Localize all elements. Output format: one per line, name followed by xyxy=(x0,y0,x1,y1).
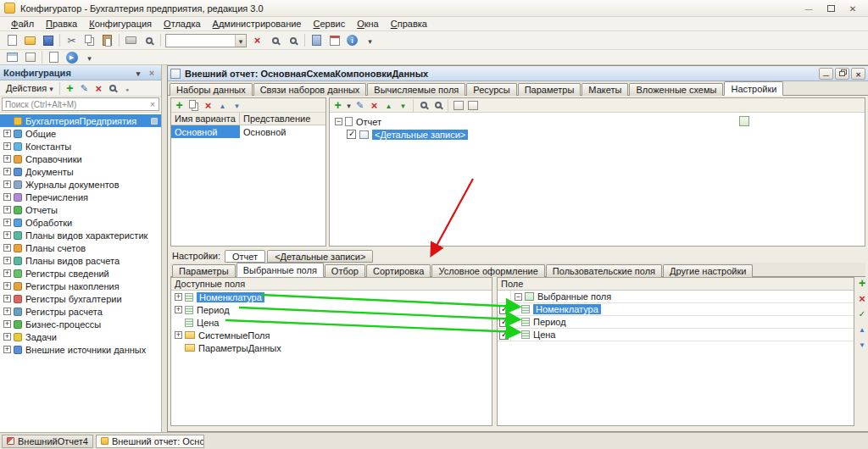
minimize-button[interactable] xyxy=(798,1,820,16)
collapse-all-button[interactable] xyxy=(465,98,480,112)
taskbar-button-schema-window[interactable]: Внешний отчет: ОсновнаяСх... xyxy=(96,435,204,448)
available-field-period[interactable]: Период xyxy=(171,303,492,316)
expander-icon[interactable] xyxy=(3,269,11,277)
close-button[interactable] xyxy=(842,1,864,16)
expander-icon[interactable] xyxy=(3,333,11,341)
mdi-restore-button[interactable] xyxy=(835,68,849,80)
expander-icon[interactable] xyxy=(335,118,342,125)
mdi-minimize-button[interactable] xyxy=(819,68,833,80)
expander-icon[interactable] xyxy=(175,331,182,339)
edit-object-button[interactable] xyxy=(77,81,92,95)
tree-item-data-processors[interactable]: Обработки xyxy=(0,216,161,229)
context-tab-report[interactable]: Отчет xyxy=(225,250,265,263)
delete-element-button[interactable] xyxy=(367,98,381,112)
expander-icon[interactable] xyxy=(3,155,11,163)
expander-icon[interactable] xyxy=(515,293,522,301)
available-field-data-parameters[interactable]: ПараметрыДанных xyxy=(171,341,492,354)
menu-debug[interactable]: Отладка xyxy=(158,18,207,30)
variant-row[interactable]: Основной Основной xyxy=(171,125,326,138)
move-variant-up-button[interactable] xyxy=(215,98,230,112)
expander-icon[interactable] xyxy=(3,308,11,315)
toolbar2-options-button[interactable] xyxy=(81,50,97,65)
expander-icon[interactable] xyxy=(3,193,11,201)
expander-icon[interactable] xyxy=(3,346,11,353)
expander-icon[interactable] xyxy=(3,320,11,328)
tab-selected-fields[interactable]: Выбранные поля xyxy=(236,263,324,277)
tree-item-common[interactable]: Общие xyxy=(0,127,161,140)
new-document-button[interactable] xyxy=(4,33,20,48)
delete-object-button[interactable] xyxy=(92,81,106,95)
remove-field-button[interactable] xyxy=(856,292,868,304)
search-dropdown-button[interactable] xyxy=(235,35,246,47)
compare-configurations-button[interactable] xyxy=(22,50,38,65)
find-button[interactable] xyxy=(267,33,283,48)
tree-item-charts-of-accounts[interactable]: Планы счетов xyxy=(0,241,161,254)
menu-file[interactable]: Файл xyxy=(5,18,40,30)
menu-administration[interactable]: Администрирование xyxy=(207,18,308,30)
find-next-button[interactable] xyxy=(285,33,301,48)
selected-field-row-period[interactable]: Период xyxy=(498,316,854,329)
menu-help[interactable]: Справка xyxy=(385,18,433,30)
context-tab-detailed-records[interactable]: <Детальные записи> xyxy=(267,250,373,263)
toolbar-options-button[interactable] xyxy=(362,33,378,48)
actions-menu-button[interactable]: Действия xyxy=(3,82,57,94)
find-in-structure-button[interactable] xyxy=(416,98,431,112)
tree-item-document-journals[interactable]: Журналы документов xyxy=(0,178,161,191)
tab-templates[interactable]: Макеты xyxy=(581,83,628,96)
window-layout-button[interactable] xyxy=(4,50,20,65)
delete-variant-button[interactable] xyxy=(201,98,215,112)
field-checkbox[interactable] xyxy=(499,305,509,314)
tree-item-reports[interactable]: Отчеты xyxy=(0,203,161,216)
tree-item-tasks[interactable]: Задачи xyxy=(0,330,161,343)
tree-item-charts-of-calculation-types[interactable]: Планы видов расчета xyxy=(0,254,161,267)
copy-variant-button[interactable] xyxy=(186,98,201,112)
tab-data-set-links[interactable]: Связи наборов данных xyxy=(253,83,367,96)
tree-item-configuration-root[interactable]: БухгалтерияПредприятия xyxy=(0,114,161,127)
maximize-button[interactable] xyxy=(820,1,842,16)
expander-icon[interactable] xyxy=(3,231,11,239)
copy-button[interactable] xyxy=(81,33,97,48)
tree-item-calculation-registers[interactable]: Регистры расчета xyxy=(0,305,161,318)
tree-item-accumulation-registers[interactable]: Регистры накопления xyxy=(0,280,161,292)
expander-icon[interactable] xyxy=(3,130,11,137)
selected-field-row-price[interactable]: Цена xyxy=(498,329,854,341)
tab-data-sets[interactable]: Наборы данных xyxy=(170,83,253,96)
mdi-close-button[interactable] xyxy=(851,68,865,80)
field-checkbox[interactable] xyxy=(499,318,509,327)
tab-calculated-fields[interactable]: Вычисляемые поля xyxy=(367,83,465,96)
available-field-nomenclature[interactable]: Номенклатура xyxy=(171,291,492,303)
syntax-check-button[interactable] xyxy=(46,50,62,65)
save-button[interactable] xyxy=(40,33,56,48)
expander-icon[interactable] xyxy=(3,206,11,213)
calculator-button[interactable] xyxy=(309,33,325,48)
expander-icon[interactable] xyxy=(3,219,11,226)
detailed-records-checkbox[interactable] xyxy=(347,130,356,139)
open-button[interactable] xyxy=(22,33,38,48)
available-field-system-fields[interactable]: СистемныеПоля xyxy=(171,329,492,341)
tree-item-accounting-registers[interactable]: Регистры бухгалтерии xyxy=(0,292,161,305)
tab-resources[interactable]: Ресурсы xyxy=(466,83,516,96)
panel-close-button[interactable] xyxy=(146,67,158,78)
expander-icon[interactable] xyxy=(3,180,11,188)
expander-icon[interactable] xyxy=(3,142,11,150)
tree-item-charts-of-characteristic-types[interactable]: Планы видов характеристик xyxy=(0,229,161,241)
print-button[interactable] xyxy=(123,33,139,48)
tree-item-catalogs[interactable]: Справочники xyxy=(0,152,161,165)
tab-other-settings[interactable]: Другие настройки xyxy=(663,264,753,277)
expand-all-button[interactable] xyxy=(451,98,465,112)
tab-filter[interactable]: Отбор xyxy=(325,264,365,277)
tab-sorting[interactable]: Сортировка xyxy=(366,264,431,277)
expander-icon[interactable] xyxy=(3,244,11,252)
variant-name-cell[interactable]: Основной xyxy=(171,125,240,138)
clear-config-search-button[interactable] xyxy=(147,97,159,111)
tab-parameters-settings[interactable]: Параметры xyxy=(172,264,236,277)
info-button[interactable] xyxy=(344,33,360,48)
structure-root-row[interactable]: Отчет xyxy=(330,115,865,128)
structure-child-row[interactable]: <Детальные записи> xyxy=(330,128,865,141)
variant-presentation-cell[interactable]: Основной xyxy=(240,125,289,138)
selected-fields-group-row[interactable]: Выбранные поля xyxy=(498,291,854,303)
move-field-up-button[interactable] xyxy=(856,323,868,335)
add-element-button[interactable] xyxy=(331,98,345,112)
tree-item-documents[interactable]: Документы xyxy=(0,165,161,178)
tree-item-enumerations[interactable]: Перечисления xyxy=(0,191,161,203)
